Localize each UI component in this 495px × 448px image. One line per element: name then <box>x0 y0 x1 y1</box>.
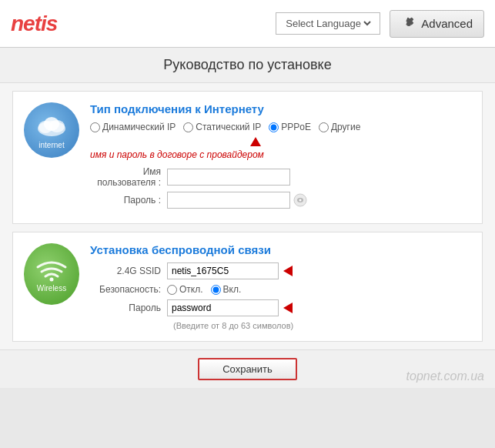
language-selector[interactable]: Select Language English Русский 中文 <box>276 12 380 35</box>
gear-icon <box>401 16 416 32</box>
advanced-label: Advanced <box>421 17 473 30</box>
header: netis Select Language English Русский 中文… <box>0 0 495 48</box>
ssid-label: 2.4G SSID <box>90 266 167 276</box>
security-off[interactable]: Откл. <box>167 284 203 295</box>
svg-point-3 <box>44 117 59 131</box>
wifi-icon <box>35 256 69 283</box>
radio-pppoe-input[interactable] <box>269 122 279 132</box>
security-label: Безопасность: <box>90 284 167 295</box>
wireless-icon-inner: Wireless <box>35 256 69 293</box>
security-on-label: Вкл. <box>223 284 242 295</box>
save-button-label: Сохранить <box>222 363 273 375</box>
wireless-section: Wireless Установка беспроводной связи 2.… <box>12 232 483 342</box>
ssid-row: 2.4G SSID <box>90 262 470 279</box>
page-title: Руководство по установке <box>163 57 331 72</box>
ssid-input-group <box>167 262 293 279</box>
password-input-group <box>167 192 307 209</box>
wifi-password-arrow-icon <box>283 303 293 313</box>
svg-point-7 <box>50 277 54 281</box>
security-off-label: Откл. <box>179 284 203 295</box>
save-button[interactable]: Сохранить <box>198 358 297 380</box>
main-content: internet Тип подключения к Интернету Дин… <box>0 83 495 349</box>
hint-text: имя и пароль в договоре с провайдером <box>90 149 264 160</box>
internet-section: internet Тип подключения к Интернету Дин… <box>12 91 483 224</box>
hint-row: имя и пароль в договоре с провайдером <box>90 149 470 160</box>
radio-other[interactable]: Другие <box>319 122 360 132</box>
internet-icon: internet <box>24 102 79 158</box>
wireless-icon: Wireless <box>24 243 79 305</box>
username-label: Имя пользователя : <box>90 166 167 188</box>
radio-pppoe-label: PPPoE <box>281 122 311 132</box>
wireless-section-title: Установка беспроводной связи <box>90 243 470 256</box>
wifi-password-row: Пароль <box>90 299 470 316</box>
page-title-bar: Руководство по установке <box>0 48 495 83</box>
radio-pppoe[interactable]: PPPoE <box>269 122 311 132</box>
radio-static-ip-input[interactable] <box>183 122 193 132</box>
watermark: topnet.com.ua <box>406 369 484 383</box>
wifi-password-hint: (Введите от 8 до 63 символов) <box>173 321 470 330</box>
logo-text: netis <box>11 12 57 35</box>
ssid-arrow-icon <box>283 266 293 276</box>
arrow-up-icon <box>250 137 261 146</box>
security-on-input[interactable] <box>211 285 221 295</box>
footer: Сохранить topnet.com.ua <box>0 349 495 388</box>
radio-static-ip-label: Статический IP <box>196 122 261 132</box>
password-label: Пароль : <box>90 195 167 206</box>
wireless-section-body: Установка беспроводной связи 2.4G SSID Б… <box>90 243 470 330</box>
cloud-icon <box>34 112 69 139</box>
password-input[interactable] <box>167 192 290 209</box>
wireless-label: Wireless <box>37 284 66 293</box>
radio-dynamic-ip-label: Динамический IP <box>102 122 176 132</box>
security-off-input[interactable] <box>167 285 177 295</box>
internet-section-title: Тип подключения к Интернету <box>90 102 470 115</box>
wifi-password-label: Пароль <box>90 303 167 313</box>
radio-dynamic-ip-input[interactable] <box>90 122 100 132</box>
internet-section-body: Тип подключения к Интернету Динамический… <box>90 102 470 212</box>
username-input[interactable] <box>167 169 290 186</box>
internet-label: internet <box>38 141 64 149</box>
wifi-password-input[interactable] <box>167 299 279 316</box>
language-select-input[interactable]: Select Language English Русский 中文 <box>283 17 373 30</box>
ssid-input[interactable] <box>167 262 279 279</box>
security-row: Безопасность: Откл. Вкл. <box>90 284 470 295</box>
show-password-icon[interactable] <box>293 193 307 207</box>
radio-other-input[interactable] <box>319 122 329 132</box>
pppoe-arrow-indicator <box>244 137 470 146</box>
radio-dynamic-ip[interactable]: Динамический IP <box>90 122 176 132</box>
connection-type-radio-group: Динамический IP Статический IP PPPoE Дру… <box>90 122 470 132</box>
svg-point-6 <box>299 199 302 202</box>
username-row: Имя пользователя : <box>90 166 470 188</box>
radio-other-label: Другие <box>331 122 360 132</box>
wifi-password-input-group <box>167 299 293 316</box>
security-on[interactable]: Вкл. <box>211 284 242 295</box>
internet-icon-inner: internet <box>34 112 69 149</box>
advanced-button[interactable]: Advanced <box>390 10 484 38</box>
password-row: Пароль : <box>90 192 470 209</box>
header-right: Select Language English Русский 中文 Advan… <box>276 10 484 38</box>
radio-static-ip[interactable]: Статический IP <box>183 122 261 132</box>
logo: netis <box>11 12 57 36</box>
security-options: Откл. Вкл. <box>167 284 241 295</box>
